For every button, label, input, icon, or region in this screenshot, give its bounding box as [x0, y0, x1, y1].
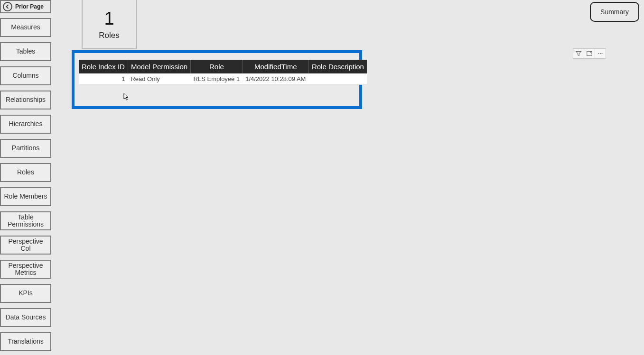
nav-roles[interactable]: Roles: [0, 163, 51, 182]
cell-modified-time: 1/4/2022 10:28:09 AM: [243, 73, 308, 85]
col-role-index-id[interactable]: Role Index ID: [79, 60, 128, 73]
col-role-description[interactable]: Role Description: [308, 60, 367, 73]
nav-table-permissions[interactable]: Table Permissions: [0, 211, 51, 230]
roles-count-label: Roles: [99, 31, 119, 40]
cell-role-description: [308, 73, 367, 85]
nav-label: Table Permissions: [2, 214, 49, 228]
svg-rect-0: [587, 52, 592, 56]
table-row[interactable]: 1 Read Only RLS Employee 1 1/4/2022 10:2…: [79, 73, 367, 85]
nav-role-members[interactable]: Role Members: [0, 187, 51, 206]
sidebar: Prior Page Measures Tables Columns Relat…: [0, 0, 53, 355]
nav-label: Partitions: [12, 145, 39, 152]
nav-label: Columns: [12, 72, 38, 79]
svg-point-3: [601, 53, 602, 54]
nav-label: Translations: [8, 338, 44, 345]
table-header-row: Role Index ID Model Permission Role Modi…: [79, 60, 367, 73]
nav-partitions[interactable]: Partitions: [0, 139, 51, 158]
more-options-icon[interactable]: [595, 48, 606, 59]
roles-count-value: 1: [104, 9, 114, 29]
nav-label: Hierarchies: [9, 120, 43, 127]
filter-icon[interactable]: [573, 48, 584, 59]
nav-label: Tables: [16, 48, 35, 55]
col-modified-time[interactable]: ModifiedTime: [243, 60, 308, 73]
summary-label: Summary: [600, 8, 629, 16]
nav-hierarchies[interactable]: Hierarchies: [0, 115, 51, 134]
nav-label: Data Sources: [6, 314, 46, 321]
nav-label: KPIs: [19, 290, 33, 297]
nav-kpis[interactable]: KPIs: [0, 284, 51, 303]
svg-point-1: [598, 53, 599, 54]
nav-label: Role Members: [4, 193, 47, 200]
nav-measures[interactable]: Measures: [0, 18, 51, 37]
roles-count-card: 1 Roles: [82, 0, 137, 49]
nav-label: Roles: [17, 169, 34, 176]
nav-data-sources[interactable]: Data Sources: [0, 308, 51, 327]
roles-table-container: Role Index ID Model Permission Role Modi…: [72, 50, 362, 109]
nav-relationships[interactable]: Relationships: [0, 91, 51, 109]
svg-point-2: [600, 53, 601, 54]
nav-label: Perspective Metrics: [2, 262, 49, 277]
col-model-permission[interactable]: Model Permission: [128, 60, 190, 73]
nav-perspective-col[interactable]: Perspective Col: [0, 236, 51, 255]
focus-mode-icon[interactable]: [584, 48, 595, 59]
cell-role-index-id: 1: [79, 73, 128, 85]
nav-perspective-metrics[interactable]: Perspective Metrics: [0, 260, 51, 279]
nav-translations[interactable]: Translations: [0, 332, 51, 351]
roles-table[interactable]: Role Index ID Model Permission Role Modi…: [79, 60, 367, 85]
prior-page-button[interactable]: Prior Page: [0, 0, 51, 13]
nav-label: Measures: [11, 24, 40, 31]
back-arrow-icon: [3, 2, 12, 11]
cell-model-permission: Read Only: [128, 73, 190, 85]
nav-label: Relationships: [6, 96, 46, 103]
nav-label: Perspective Col: [2, 238, 49, 253]
nav-columns[interactable]: Columns: [0, 66, 51, 85]
col-role[interactable]: Role: [191, 60, 243, 73]
cell-role: RLS Employee 1: [191, 73, 243, 85]
visual-toolbar: [573, 48, 606, 59]
summary-button[interactable]: Summary: [590, 2, 639, 22]
nav-tables[interactable]: Tables: [0, 42, 51, 61]
prior-page-label: Prior Page: [15, 3, 44, 10]
